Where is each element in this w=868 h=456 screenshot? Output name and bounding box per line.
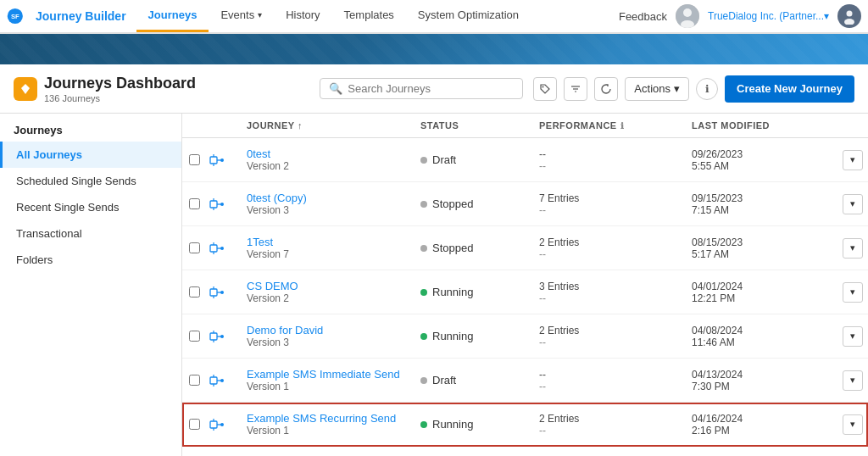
svg-point-25 <box>220 247 224 250</box>
row-checkbox-6[interactable] <box>182 419 209 430</box>
journey-status-6: Running <box>414 418 532 431</box>
nav-tab-journeys[interactable]: Journeys <box>136 0 209 32</box>
journey-performance-3: 3 Entries -- <box>532 281 685 304</box>
nav-tab-events[interactable]: Events ▾ <box>209 0 274 32</box>
journey-info-3: CS DEMO Version 2 <box>243 275 414 309</box>
filter-icon[interactable] <box>564 77 587 101</box>
status-label-2: Stopped <box>432 242 473 254</box>
create-journey-button[interactable]: Create New Journey <box>725 75 854 103</box>
row-action-btn-0[interactable]: ▾ <box>837 150 868 170</box>
table-row: Example SMS Recurring Send Version 1 Run… <box>182 403 868 447</box>
row-checkbox-0[interactable] <box>182 154 209 165</box>
svg-point-9 <box>542 86 544 87</box>
search-input[interactable] <box>348 82 514 95</box>
perf-info-icon[interactable]: ℹ <box>620 121 625 131</box>
sidebar-item-all-journeys[interactable]: All Journeys <box>0 142 181 168</box>
perf-sub-6: -- <box>539 425 685 437</box>
sidebar-section-title: Journeys <box>0 114 181 142</box>
account-circle-icon <box>841 8 858 25</box>
journey-name-5[interactable]: Example SMS Immediate Send <box>247 368 410 381</box>
journey-modified-2: 08/15/2023 5:17 AM <box>685 236 837 260</box>
journey-status-3: Running <box>414 286 532 298</box>
actions-label: Actions <box>634 82 670 95</box>
header-banner <box>0 34 868 64</box>
journey-status-2: Stopped <box>414 242 532 254</box>
perf-sub-0: -- <box>539 160 685 172</box>
row-checkbox-3[interactable] <box>182 286 209 298</box>
journey-name-0[interactable]: 0test <box>247 147 410 160</box>
journey-modified-4: 04/08/2024 11:46 AM <box>685 325 837 348</box>
journey-modified-0: 09/26/2023 5:55 AM <box>685 148 837 172</box>
modified-date-5: 04/13/2024 <box>692 369 837 381</box>
journey-name-6[interactable]: Example SMS Recurring Send <box>247 412 410 425</box>
svg-point-15 <box>220 158 224 162</box>
nav-tabs: Journeys Events ▾ History Templates Syst… <box>136 0 531 32</box>
svg-rect-23 <box>210 245 217 252</box>
row-action-btn-2[interactable]: ▾ <box>837 238 868 259</box>
user-account[interactable]: TrueDialog Inc. (Partner...▾ <box>708 10 829 22</box>
row-action-btn-4[interactable]: ▾ <box>837 326 868 347</box>
perf-sub-1: -- <box>539 204 685 216</box>
row-checkbox-2[interactable] <box>182 242 209 253</box>
nav-tab-templates[interactable]: Templates <box>332 0 406 32</box>
col-header-actions <box>837 120 868 131</box>
search-box[interactable]: 🔍 <box>320 78 523 99</box>
nav-tab-history[interactable]: History <box>274 0 331 32</box>
row-checkbox-1[interactable] <box>182 198 209 209</box>
journey-status-0: Draft <box>414 153 532 166</box>
col-header-check <box>182 120 209 131</box>
svg-point-20 <box>220 203 224 206</box>
modified-time-5: 7:30 PM <box>692 381 837 392</box>
row-action-btn-1[interactable]: ▾ <box>837 194 868 214</box>
status-dot-6 <box>420 421 427 428</box>
sidebar: Journeys All Journeys Scheduled Single S… <box>0 114 182 456</box>
modified-date-4: 04/08/2024 <box>692 325 837 336</box>
tag-filter-icon[interactable] <box>533 77 557 101</box>
page-title: Journeys Dashboard <box>44 75 196 92</box>
journey-name-2[interactable]: 1Test <box>247 236 410 248</box>
sidebar-item-transactional[interactable]: Transactional <box>0 220 181 247</box>
modified-time-6: 2:16 PM <box>692 425 837 437</box>
title-row: Journeys Dashboard 136 Journeys <box>14 75 196 103</box>
col-header-journey[interactable]: JOURNEY ↑ <box>243 120 414 131</box>
journey-name-1[interactable]: 0test (Copy) <box>247 192 410 204</box>
status-dot-5 <box>420 377 427 384</box>
info-button[interactable]: ℹ <box>696 78 718 100</box>
app-logo[interactable]: SF Journey Builder <box>7 4 126 28</box>
row-checkbox-4[interactable] <box>182 331 209 342</box>
perf-entries-1: 7 Entries <box>539 192 685 204</box>
user-avatar-icon <box>676 4 699 28</box>
sidebar-item-recent-single-sends[interactable]: Recent Single Sends <box>0 194 181 220</box>
feedback-link[interactable]: Feedback <box>619 10 667 23</box>
perf-sub-5: -- <box>539 381 685 392</box>
row-checkbox-5[interactable] <box>182 375 209 386</box>
perf-sub-3: -- <box>539 292 685 304</box>
row-action-btn-6[interactable]: ▾ <box>837 414 868 435</box>
journey-modified-1: 09/15/2023 7:15 AM <box>685 192 837 216</box>
sidebar-item-scheduled-single-sends[interactable]: Scheduled Single Sends <box>0 168 181 194</box>
nav-tab-system-optimization[interactable]: System Optimization <box>406 0 531 32</box>
status-label-0: Draft <box>432 153 456 166</box>
journey-performance-1: 7 Entries -- <box>532 192 685 216</box>
account-icon[interactable] <box>837 4 861 28</box>
svg-rect-33 <box>210 333 217 340</box>
journey-info-6: Example SMS Recurring Send Version 1 <box>243 407 414 442</box>
journey-version-6: Version 1 <box>247 425 410 437</box>
actions-dropdown[interactable]: Actions ▾ <box>625 77 689 101</box>
sidebar-item-folders[interactable]: Folders <box>0 247 181 273</box>
status-label-4: Running <box>432 330 473 342</box>
events-arrow-icon: ▾ <box>258 10 262 19</box>
journey-info-2: 1Test Version 7 <box>243 231 414 265</box>
row-action-btn-3[interactable]: ▾ <box>837 282 868 303</box>
journey-name-3[interactable]: CS DEMO <box>247 280 410 292</box>
table-header: JOURNEY ↑ STATUS PERFORMANCE ℹ LAST MODI… <box>182 114 868 138</box>
journey-name-4[interactable]: Demo for David <box>247 324 410 336</box>
svg-rect-28 <box>210 289 217 296</box>
journey-type-icon-1 <box>209 197 243 211</box>
row-action-btn-5[interactable]: ▾ <box>837 370 868 391</box>
refresh-icon[interactable] <box>594 77 618 101</box>
journey-count: 136 Journeys <box>44 93 196 103</box>
svg-rect-13 <box>210 157 217 164</box>
svg-point-45 <box>220 423 224 426</box>
svg-point-6 <box>847 11 853 17</box>
